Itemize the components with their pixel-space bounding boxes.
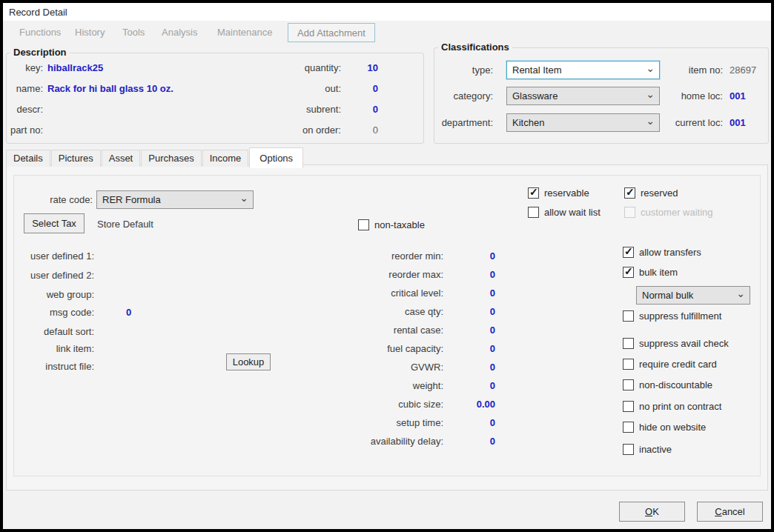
- reservable-label: reservable: [544, 187, 589, 199]
- rental-case-value: 0: [451, 325, 495, 336]
- non-taxable-check-row: non-taxable: [358, 219, 425, 230]
- setup-time-label: setup time:: [325, 417, 443, 428]
- critical-level-value: 0: [451, 287, 495, 299]
- category-select[interactable]: Glassware ⌄: [506, 87, 660, 105]
- rental-case-label: rental case:: [325, 325, 443, 336]
- rate-code-select[interactable]: RER Formula ⌄: [96, 190, 254, 209]
- reorder-max-value: 0: [451, 269, 495, 280]
- require-credit-card-checkbox[interactable]: [623, 359, 634, 370]
- reserved-check-row: reserved: [624, 187, 678, 199]
- reservable-checkbox[interactable]: [528, 187, 539, 199]
- descr-label: descr:: [6, 104, 43, 115]
- availability-delay-value: 0: [451, 436, 495, 447]
- chevron-down-icon: ⌄: [646, 88, 655, 100]
- tab-income[interactable]: Income: [202, 150, 249, 167]
- non-taxable-label: non-taxable: [374, 219, 425, 230]
- type-select[interactable]: Rental Item ⌄: [506, 61, 660, 79]
- key-value: hiballrack25: [47, 62, 103, 73]
- tab-strip: Details Pictures Asset Purchases Income …: [6, 146, 304, 167]
- tab-pictures[interactable]: Pictures: [51, 150, 101, 167]
- require-credit-card-check-row: require credit card: [623, 359, 717, 370]
- out-value: 0: [348, 83, 378, 94]
- no-print-on-contract-check-row: no print on contract: [623, 401, 721, 412]
- subrent-label: subrent:: [267, 104, 341, 115]
- title-bar: Record Detail: [3, 3, 771, 21]
- out-label: out:: [267, 83, 341, 94]
- customer-waiting-check-row: customer waiting: [624, 207, 713, 218]
- non-taxable-checkbox[interactable]: [358, 219, 369, 230]
- fuel-capacity-value: 0: [451, 343, 495, 354]
- chevron-down-icon: ⌄: [646, 115, 655, 127]
- item-no-label: item no:: [662, 64, 723, 76]
- allow-transfers-label: allow transfers: [639, 247, 701, 258]
- bulk-type-select[interactable]: Normal bulk ⌄: [636, 286, 750, 305]
- cubic-size-value: 0.00: [451, 399, 495, 410]
- window-title: Record Detail: [9, 7, 67, 18]
- weight-label: weight:: [325, 380, 443, 391]
- customer-waiting-checkbox[interactable]: [624, 207, 635, 218]
- hide-on-website-check-row: hide on website: [623, 422, 706, 433]
- inactive-label: inactive: [639, 444, 672, 455]
- msg-code-value: 0: [126, 307, 131, 318]
- reserved-checkbox[interactable]: [624, 187, 635, 199]
- no-print-on-contract-checkbox[interactable]: [623, 401, 634, 412]
- menu-bar: Functions History Tools Analysis Mainten…: [3, 21, 771, 43]
- department-select-value: Kitchen: [512, 117, 544, 128]
- hide-on-website-label: hide on website: [639, 422, 706, 433]
- cancel-button[interactable]: Cancel: [697, 502, 763, 522]
- gvwr-label: GVWR:: [325, 362, 443, 373]
- suppress-fulfillment-label: suppress fulfillment: [639, 310, 721, 322]
- tab-details[interactable]: Details: [6, 150, 50, 167]
- current-loc-label: current loc:: [662, 117, 723, 128]
- rate-code-select-value: RER Formula: [102, 194, 161, 205]
- msg-code-label: msg code:: [20, 307, 94, 318]
- item-no-value: 28697: [730, 64, 756, 76]
- type-select-value: Rental Item: [512, 64, 561, 76]
- user-defined-2-label: user defined 2:: [20, 270, 94, 281]
- menu-analysis[interactable]: Analysis: [162, 27, 197, 38]
- inactive-checkbox[interactable]: [623, 444, 634, 455]
- allow-transfers-checkbox[interactable]: [623, 247, 634, 258]
- suppress-fulfillment-check-row: suppress fulfillment: [623, 310, 721, 322]
- menu-history[interactable]: History: [75, 27, 105, 38]
- reorder-max-label: reorder max:: [325, 269, 443, 280]
- menu-tools[interactable]: Tools: [122, 27, 145, 38]
- critical-level-label: critical level:: [325, 287, 443, 299]
- suppress-avail-check-row: suppress avail check: [623, 338, 729, 349]
- require-credit-card-label: require credit card: [639, 359, 717, 370]
- inactive-check-row: inactive: [623, 444, 672, 455]
- allow-wait-list-check-row: allow wait list: [528, 207, 601, 218]
- tab-asset[interactable]: Asset: [102, 150, 141, 167]
- rate-code-label: rate code:: [22, 194, 93, 205]
- category-label: category:: [423, 90, 493, 102]
- lookup-button[interactable]: Lookup: [226, 353, 271, 370]
- allow-wait-list-checkbox[interactable]: [528, 207, 539, 218]
- ok-button[interactable]: OK: [619, 502, 685, 522]
- hide-on-website-checkbox[interactable]: [623, 422, 634, 433]
- non-discountable-label: non-discountable: [639, 379, 712, 390]
- cubic-size-label: cubic size:: [325, 399, 443, 410]
- non-discountable-checkbox[interactable]: [623, 379, 634, 390]
- cancel-button-label: Cancel: [715, 506, 744, 517]
- suppress-avail-check-checkbox[interactable]: [623, 338, 634, 349]
- record-detail-window: Record Detail Functions History Tools An…: [0, 0, 774, 532]
- allow-transfers-check-row: allow transfers: [623, 247, 701, 258]
- tax-value: Store Default: [97, 219, 153, 230]
- department-label: department:: [423, 117, 493, 128]
- on-order-label: on order:: [267, 124, 341, 136]
- menu-maintenance[interactable]: Maintenance: [217, 27, 272, 38]
- menu-functions[interactable]: Functions: [19, 27, 61, 38]
- reserved-label: reserved: [641, 187, 678, 199]
- add-attachment-button[interactable]: Add Attachment: [288, 23, 375, 42]
- gvwr-value: 0: [451, 362, 495, 373]
- name-label: name:: [6, 83, 43, 94]
- description-group-title: Description: [10, 47, 70, 58]
- department-select[interactable]: Kitchen ⌄: [506, 113, 660, 132]
- quantity-value: 10: [348, 62, 378, 73]
- tab-purchases[interactable]: Purchases: [141, 150, 201, 167]
- select-tax-button[interactable]: Select Tax: [24, 213, 85, 233]
- suppress-fulfillment-checkbox[interactable]: [623, 310, 634, 322]
- quantity-label: quantity:: [267, 62, 341, 73]
- bulk-item-checkbox[interactable]: [623, 267, 634, 278]
- tab-options[interactable]: Options: [249, 147, 303, 168]
